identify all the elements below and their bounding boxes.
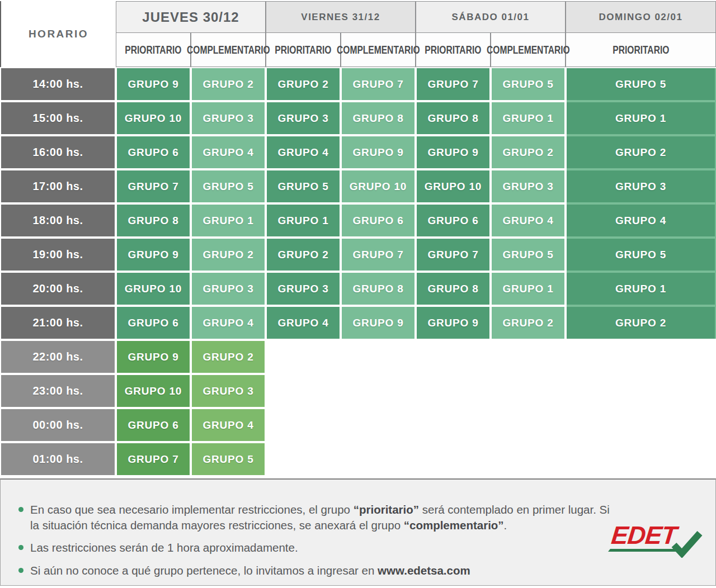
group-cell: GRUPO 2: [267, 68, 340, 100]
time-cell: 22:00 hs.: [1, 341, 115, 373]
schedule-row: 23:00 hs.GRUPO 10GRUPO 3: [0, 374, 716, 408]
checkmark-icon: [671, 530, 703, 558]
subheader-label: COMPLEMENTARIO: [337, 43, 420, 56]
group-cell: GRUPO 3: [492, 170, 564, 202]
group-cell: GRUPO 6: [342, 205, 414, 236]
group-cell: GRUPO 2: [267, 239, 340, 271]
day-header-jueves: JUEVES 30/12: [116, 1, 266, 32]
bullet-dot-icon: [18, 545, 23, 550]
schedule-table: 14:00 hs.GRUPO 9GRUPO 2GRUPO 2GRUPO 7GRU…: [0, 67, 716, 476]
group-cell: GRUPO 9: [417, 307, 489, 339]
edet-logo-underline: [608, 549, 681, 552]
footer-bullet: Si aún no conoce a qué grupo pertenece, …: [18, 563, 620, 578]
subheader-label: PRIORITARIO: [275, 43, 331, 56]
edet-logo: EDET: [611, 524, 695, 558]
group-cell: GRUPO 7: [342, 239, 414, 271]
time-cell: 18:00 hs.: [1, 205, 115, 236]
group-cell: GRUPO 9: [417, 136, 489, 168]
subheader-viernes-complementario: COMPLEMENTARIO: [341, 32, 416, 67]
day-header-viernes: VIERNES 31/12: [266, 1, 416, 32]
schedule-body: 14:00 hs.GRUPO 9GRUPO 2GRUPO 2GRUPO 7GRU…: [0, 67, 716, 476]
time-cell: 14:00 hs.: [1, 68, 115, 100]
time-cell: 23:00 hs.: [1, 375, 115, 407]
group-cell: GRUPO 9: [342, 307, 414, 339]
group-cell: GRUPO 1: [492, 102, 564, 134]
time-cell: 00:00 hs.: [1, 409, 115, 441]
footer-bullet-list: En caso que sea necesario implementar re…: [18, 502, 693, 578]
group-cell: GRUPO 5: [267, 170, 340, 202]
day-header-sabado: SÁBADO 01/01: [416, 1, 566, 32]
group-cell: GRUPO 4: [492, 205, 564, 236]
group-cell: GRUPO 4: [192, 409, 265, 441]
group-cell: GRUPO 10: [417, 170, 489, 202]
subheader-label: COMPLEMENTARIO: [487, 43, 570, 56]
bullet-dot-icon: [18, 568, 23, 573]
group-cell: GRUPO 6: [417, 205, 489, 236]
footer-bullet-text: Si aún no conoce a qué grupo pertenece, …: [30, 563, 470, 578]
group-cell: GRUPO 5: [567, 239, 715, 271]
group-cell: GRUPO 9: [117, 341, 190, 373]
subheader-label: PRIORITARIO: [613, 43, 669, 56]
time-cell: 16:00 hs.: [1, 136, 115, 168]
group-cell: GRUPO 1: [267, 205, 340, 236]
group-cell: GRUPO 1: [567, 273, 715, 305]
group-cell: GRUPO 10: [342, 170, 414, 202]
subheader-jueves-prioritario: PRIORITARIO: [116, 32, 191, 67]
subheader-label: COMPLEMENTARIO: [187, 43, 270, 56]
subheader-jueves-complementario: COMPLEMENTARIO: [191, 32, 266, 67]
group-cell: GRUPO 7: [342, 68, 414, 100]
group-cell: GRUPO 8: [342, 273, 414, 305]
group-cell: GRUPO 4: [567, 205, 715, 236]
footer-bullet: Las restricciones serán de 1 hora aproxi…: [18, 540, 620, 556]
schedule-header: HORARIO JUEVES 30/12 VIERNES 31/12 SÁBAD…: [0, 1, 716, 67]
group-cell: GRUPO 2: [192, 239, 265, 271]
group-cell: GRUPO 3: [267, 102, 340, 134]
schedule-row: 01:00 hs.GRUPO 7GRUPO 5: [0, 442, 716, 476]
group-cell: GRUPO 7: [417, 239, 489, 271]
group-cell: GRUPO 10: [117, 375, 190, 407]
group-cell: GRUPO 8: [117, 205, 190, 236]
group-cell: GRUPO 3: [192, 273, 265, 305]
time-cell: 19:00 hs.: [1, 239, 115, 271]
schedule-row: 18:00 hs.GRUPO 8GRUPO 1GRUPO 1GRUPO 6GRU…: [0, 203, 716, 238]
group-cell: GRUPO 7: [417, 68, 489, 100]
group-cell: GRUPO 1: [192, 205, 265, 236]
group-cell: GRUPO 7: [117, 170, 190, 202]
time-cell: 15:00 hs.: [1, 102, 115, 134]
schedule-row: 21:00 hs.GRUPO 6GRUPO 4GRUPO 4GRUPO 9GRU…: [0, 306, 716, 340]
time-cell: 20:00 hs.: [1, 273, 115, 305]
group-cell: GRUPO 5: [192, 170, 265, 202]
group-cell: GRUPO 1: [567, 102, 715, 134]
group-cell: GRUPO 5: [567, 68, 715, 100]
group-cell: GRUPO 3: [192, 375, 265, 407]
bullet-dot-icon: [18, 507, 23, 512]
schedule-row: 20:00 hs.GRUPO 10GRUPO 3GRUPO 3GRUPO 8GR…: [0, 272, 716, 306]
group-cell: GRUPO 4: [192, 307, 265, 339]
schedule-row: 16:00 hs.GRUPO 6GRUPO 4GRUPO 4GRUPO 9GRU…: [0, 135, 716, 169]
group-cell: GRUPO 8: [342, 102, 414, 134]
outage-schedule-poster: HORARIO JUEVES 30/12 VIERNES 31/12 SÁBAD…: [0, 0, 716, 586]
subheader-sabado-prioritario: PRIORITARIO: [416, 32, 491, 67]
group-cell: GRUPO 8: [417, 102, 489, 134]
group-cell: GRUPO 6: [117, 307, 190, 339]
group-cell: GRUPO 2: [567, 307, 715, 339]
group-cell: GRUPO 4: [267, 307, 340, 339]
group-cell: GRUPO 2: [492, 136, 564, 168]
schedule-row: 00:00 hs.GRUPO 6GRUPO 4: [0, 408, 716, 442]
schedule-row: 22:00 hs.GRUPO 9GRUPO 2: [0, 340, 716, 374]
subheader-domingo-prioritario: PRIORITARIO: [566, 32, 716, 67]
group-cell: GRUPO 5: [492, 239, 564, 271]
group-cell: GRUPO 2: [567, 136, 715, 168]
subheader-label: PRIORITARIO: [125, 43, 181, 56]
subheader-sabado-complementario: COMPLEMENTARIO: [491, 32, 566, 67]
footer-bullet-text: Las restricciones serán de 1 hora aproxi…: [30, 540, 298, 556]
footer-bullet-text: En caso que sea necesario implementar re…: [30, 502, 620, 533]
group-cell: GRUPO 5: [192, 443, 265, 475]
group-cell: GRUPO 2: [492, 307, 564, 339]
group-cell: GRUPO 3: [192, 102, 265, 134]
group-cell: GRUPO 9: [117, 239, 190, 271]
group-cell: GRUPO 6: [117, 409, 190, 441]
group-cell: GRUPO 6: [117, 136, 190, 168]
schedule-row: 14:00 hs.GRUPO 9GRUPO 2GRUPO 2GRUPO 7GRU…: [0, 67, 716, 101]
group-cell: GRUPO 2: [192, 68, 265, 100]
